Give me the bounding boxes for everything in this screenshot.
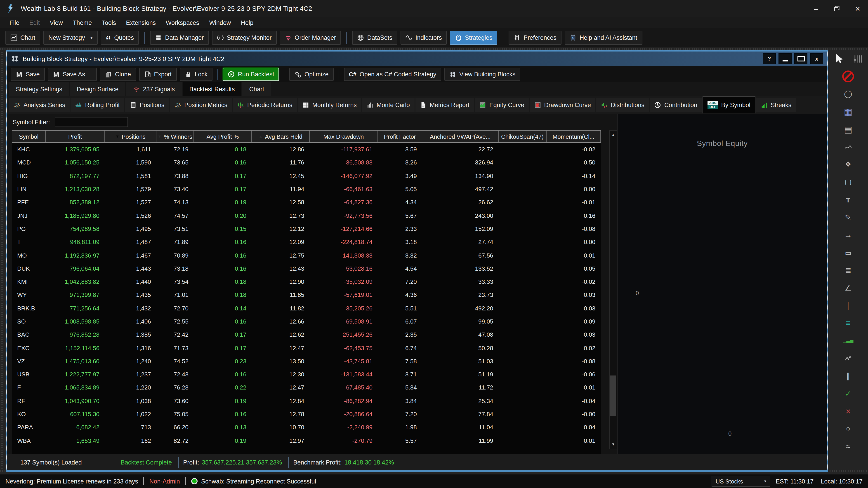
mini-bars-tool-icon[interactable]: ▁▃▅ (841, 335, 855, 347)
tab-design-surface[interactable]: Design Surface (70, 82, 125, 96)
menu-tools[interactable]: Tools (97, 19, 121, 26)
subtab-monte-carlo[interactable]: Monte Carlo (362, 98, 414, 112)
toolbar-order-manager-button[interactable]: Order Manager (280, 31, 341, 45)
column-header-anchored-vwap-ave[interactable]: Anchored VWAP(Ave... (422, 131, 499, 142)
column-header-profit-factor[interactable]: Profit Factor (378, 131, 422, 142)
channel-tool-icon[interactable]: ∥ (841, 370, 855, 382)
pointer-tool-icon[interactable] (832, 53, 845, 65)
column-header-chikouspan-47[interactable]: ChikouSpan(47) (499, 131, 547, 142)
menu-theme[interactable]: Theme (68, 19, 97, 26)
subtab-by-symbol[interactable]: ABCDEFBy Symbol (703, 96, 755, 113)
toolbar-strategies-button[interactable]: Strategies (450, 31, 498, 45)
save-button[interactable]: Save (11, 68, 45, 80)
table-row-usb[interactable]: USB1,222,777.971,23772.430.1612.30-131,5… (12, 368, 601, 381)
subtab-equity-curve[interactable]: Equity Curve (475, 98, 529, 112)
rectangle-tool-icon[interactable]: ▢ (841, 176, 855, 188)
market-select[interactable]: US Stocks ▾ (712, 476, 770, 487)
toolbar-quotes-button[interactable]: “Quotes (101, 31, 139, 45)
tab-237-signals[interactable]: 237 Signals (126, 82, 182, 96)
scrollbar-thumb[interactable] (610, 376, 616, 416)
table-row-kmi[interactable]: KMI1,042,883.821,44073.540.1812.90-35,03… (12, 275, 601, 289)
table-row-hig[interactable]: HIG872,197.771,58173.880.1712.45-146,077… (12, 169, 601, 183)
toolbar-indicators-button[interactable]: Indicators (401, 31, 447, 45)
table-row-pfe[interactable]: PFE852,389.121,52774.130.1912.58-64,827.… (12, 196, 601, 209)
column-header-winners[interactable]: ▼% Winners (156, 131, 194, 142)
angle-tool-icon[interactable]: ∠ (841, 282, 855, 294)
text-tool-icon[interactable]: T (841, 194, 855, 205)
strategy-window-title-bar[interactable]: Building Block Strategy - Evolver\Evolve… (7, 52, 827, 66)
curve-tool-icon[interactable] (841, 141, 855, 153)
table-row-duk[interactable]: DUK796,064.041,44373.180.1612.43-53,028.… (12, 262, 601, 275)
export-button[interactable]: Export (139, 68, 177, 80)
menu-workspaces[interactable]: Workspaces (161, 19, 204, 26)
save-as-button[interactable]: Save As ... (48, 68, 97, 80)
zigzag-tool-icon[interactable] (841, 352, 855, 364)
menu-file[interactable]: File (4, 19, 24, 26)
table-row-jnj[interactable]: JNJ1,185,929.801,52674.570.2012.73-92,77… (12, 209, 601, 222)
table-row-khc[interactable]: KHC1,379,605.951,61172.190.1812.86-117,9… (12, 143, 601, 156)
levels-tool-icon[interactable]: ≡ (841, 317, 855, 329)
grid-tool-icon[interactable]: ▦ (841, 106, 855, 118)
strategy-close-button[interactable]: x (810, 53, 823, 64)
circle-tool-icon[interactable]: ○ (841, 423, 855, 435)
table-row-exc[interactable]: EXC1,152,114.561,31671.730.1712.47-62,45… (12, 341, 601, 355)
tab-strategy-settings[interactable]: Strategy Settings (9, 82, 69, 96)
subtab-streaks[interactable]: Streaks (756, 98, 796, 112)
view-building-blocks-button[interactable]: View Building Blocks (444, 68, 521, 80)
minimize-button[interactable]: – (806, 0, 827, 17)
toolbar-chart-button[interactable]: Chart (5, 31, 40, 45)
cancel-tool-icon[interactable]: × (841, 405, 855, 417)
storage-tool-icon[interactable]: ▤ (841, 123, 855, 135)
table-row-wba[interactable]: WBA1,653.4916282.720.1912.97-270.795.571… (12, 434, 601, 447)
table-row-bac[interactable]: BAC976,852.281,38572.420.1712.62-251,455… (12, 328, 601, 341)
toolbar-help-and-ai-assistant-button[interactable]: AIHelp and AI Assistant (565, 31, 642, 45)
measure-tool-icon[interactable]: ▭ (841, 247, 855, 258)
move-tool-icon[interactable]: ❖ (841, 159, 855, 170)
strategy-minimize-button[interactable] (778, 53, 792, 64)
strategy-maximize-button[interactable] (794, 53, 807, 64)
symbol-filter-input[interactable] (55, 117, 128, 127)
restore-button[interactable] (827, 0, 847, 17)
table-row-wy[interactable]: WY971,399.871,43571.010.1811.85-57,619.0… (12, 289, 601, 302)
subtab-periodic-returns[interactable]: Periodic Returns (233, 98, 297, 112)
subtab-position-metrics[interactable]: Position Metrics (170, 98, 232, 112)
toolbar-data-manager-button[interactable]: Data Manager (150, 31, 209, 45)
column-header-profit[interactable]: Profit (46, 131, 105, 142)
menu-window[interactable]: Window (204, 19, 236, 26)
column-header-avg-bars-held[interactable]: ▲Avg Bars Held (252, 131, 310, 142)
wave-tool-icon[interactable]: ≈ (841, 441, 855, 452)
table-row-lin[interactable]: LIN1,213,030.281,57973.400.1711.94-66,46… (12, 183, 601, 196)
scroll-up-icon[interactable]: ▲ (612, 131, 615, 139)
toolbar-datasets-button[interactable]: DataSets (352, 31, 397, 45)
close-button[interactable]: × (847, 0, 868, 17)
table-row-mo[interactable]: MO1,192,836.971,46770.890.1612.75-141,30… (12, 249, 601, 262)
toolbar-new-strategy-button[interactable]: New Strategy▾ (43, 31, 97, 45)
tab-chart[interactable]: Chart (242, 82, 271, 96)
clone-button[interactable]: Clone (100, 68, 136, 80)
vertical-line-tool-icon[interactable]: ∣ (841, 300, 855, 311)
table-row-ko[interactable]: KO607,115.301,02275.050.1612.78-20,886.6… (12, 408, 601, 421)
table-scrollbar[interactable]: ▲ ▼ (610, 130, 617, 449)
table-row-brk-b[interactable]: BRK.B771,256.641,43272.700.1411.82-35,20… (12, 302, 601, 315)
table-row-rf[interactable]: RF1,043,900.701,03873.600.1912.84-86,282… (12, 394, 601, 408)
column-header-avg-profit[interactable]: Avg Profit % (194, 131, 252, 142)
table-row-para[interactable]: PARA6,682.4271366.200.1310.70-2,240.991.… (12, 421, 601, 434)
subtab-positions[interactable]: Positions (125, 98, 169, 112)
table-row-t[interactable]: T946,811.091,48771.890.1612.09-224,818.7… (12, 235, 601, 249)
table-row-f[interactable]: F1,065,334.891,22076.230.2212.47-67,485.… (12, 381, 601, 394)
subtab-rolling-profit[interactable]: Rolling Profit (71, 98, 124, 112)
subtab-drawdown-curve[interactable]: Drawdown Curve (530, 98, 595, 112)
ellipse-tool-icon[interactable]: ◯ (841, 88, 855, 100)
table-row-mcd[interactable]: MCD1,056,150.251,59073.650.1611.76-36,50… (12, 156, 601, 169)
format-sliders-tool-icon[interactable] (851, 53, 864, 65)
menu-help[interactable]: Help (236, 19, 258, 26)
column-header-symbol[interactable]: Symbol (12, 131, 46, 142)
toolbar-strategy-monitor-button[interactable]: Strategy Monitor (212, 31, 276, 45)
subtab-contribution[interactable]: Contribution (650, 98, 702, 112)
layers-tool-icon[interactable]: ≣ (841, 264, 855, 276)
subtab-analysis-series[interactable]: Analysis Series (9, 98, 70, 112)
run-backtest-button[interactable]: Run Backtest (223, 68, 279, 80)
strategy-help-button[interactable]: ? (763, 53, 776, 64)
tab-backtest-results[interactable]: Backtest Results (182, 82, 241, 96)
no-drawing-tool-icon[interactable] (841, 70, 855, 82)
